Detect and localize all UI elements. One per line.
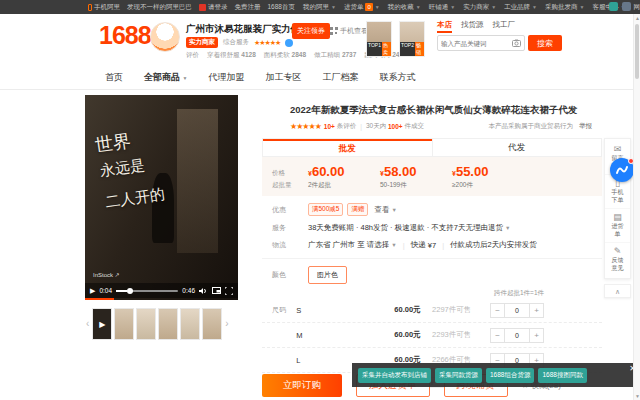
nav-home[interactable]: 首页 — [105, 71, 123, 84]
volume-icon[interactable] — [199, 287, 208, 295]
sidebar-item-feedback[interactable]: ✎反馈意见 — [605, 243, 630, 276]
topbar-myali-link[interactable]: 我的阿里▼ — [303, 3, 336, 12]
scrollbar[interactable]: ▲ ▼ — [633, 14, 640, 400]
scroll-down-icon[interactable]: ▼ — [634, 393, 640, 399]
plus-icon[interactable]: + — [529, 303, 544, 318]
browser-extension-icon[interactable] — [609, 2, 618, 11]
chevron-down-icon: ▼ — [375, 4, 380, 10]
minus-icon[interactable]: − — [490, 303, 505, 318]
chevron-down-icon: ▼ — [416, 4, 421, 10]
filmstrip-prev-icon[interactable]: ‹ — [85, 319, 90, 329]
price-label: 价格 — [272, 164, 308, 179]
product-video-player[interactable]: 世界 永远是 二人开的 InStock ↗ ▶ 0:04 0:46 — [85, 95, 238, 300]
topbar-mobile-link[interactable]: 手机阿里 — [88, 3, 120, 12]
deal-count: 100+ — [388, 123, 403, 130]
chat-bubble-button[interactable] — [610, 158, 634, 182]
stat-item[interactable]: 穿着很舒服 4128 — [207, 51, 256, 60]
image-thumbnail[interactable] — [180, 308, 200, 340]
video-duration: 0:46 — [182, 287, 195, 294]
tab-dropship[interactable]: 代发 — [432, 139, 602, 156]
topbar-strength-link[interactable]: 实力商家▼ — [463, 3, 496, 12]
rail-collapse-button[interactable]: ∧ — [604, 284, 631, 298]
image-thumbnail[interactable] — [114, 308, 134, 340]
image-thumbnail[interactable] — [136, 308, 156, 340]
topbar-industrial-link[interactable]: 工业品牌▼ — [504, 3, 537, 12]
topbar-favorites-link[interactable]: 我的收藏▼ — [388, 3, 421, 12]
search-tab-source[interactable]: 找货源 — [461, 20, 484, 33]
nav-factory-archive[interactable]: 工厂档案 — [322, 71, 358, 84]
extension-image-search-button[interactable]: 1688搜图同款 — [538, 368, 586, 383]
promo-view-link[interactable]: 查看 — [374, 205, 389, 215]
browser-extension-icon-2[interactable] — [622, 2, 631, 11]
logistics-from: 广东省 广州市 — [308, 240, 355, 250]
scroll-up-icon[interactable]: ▲ — [634, 15, 640, 21]
extension-combo-source-button[interactable]: 1688组合货源 — [486, 368, 534, 383]
sku-row-m: M 60.00元 2293件可售 − 0 + — [262, 323, 602, 348]
fullscreen-icon[interactable] — [225, 287, 233, 295]
topbar-purchase-link[interactable]: 采购批发商▼ — [545, 3, 584, 12]
store-name[interactable]: 广州市沐易花服装厂实力俏▼ — [186, 23, 308, 36]
deal-suffix: 件成交 — [404, 122, 424, 131]
topbar-home-link[interactable]: 1688首页 — [268, 3, 295, 12]
progress-handle[interactable] — [127, 288, 133, 294]
nav-all-products[interactable]: 全部商品 ▼ — [144, 71, 187, 84]
review-label: 条评价 — [337, 122, 357, 131]
topbar-slogan-link[interactable]: 发现不一样的阿里巴巴 — [127, 3, 192, 12]
chevron-down-icon[interactable]: ▼ — [505, 225, 510, 231]
product-title: 2022年新款夏季法式复古感长裙休闲气质仙女薄款碎花连衣裙子代发 — [290, 104, 602, 117]
search-input[interactable] — [441, 40, 512, 47]
topbar-cart-link[interactable]: 进货单0▼ — [344, 3, 380, 12]
chevron-down-icon: ▼ — [391, 207, 396, 213]
deal-prefix: 30天内 — [366, 122, 386, 131]
extension-collect-source-button[interactable]: 采集同款货源 — [435, 368, 482, 383]
topbar-sitemap-link[interactable]: 网站导航▼ — [633, 3, 640, 12]
play-icon[interactable]: ▶ — [90, 287, 95, 294]
quantity-value[interactable]: 0 — [505, 303, 529, 318]
top-utility-bar: 手机阿里 发现不一样的阿里巴巴 请登录 免费注册 1688首页 我的阿里▼ 进货… — [0, 0, 640, 14]
color-row: 颜色 图片色 — [262, 266, 602, 284]
image-thumbnail[interactable] — [158, 308, 178, 340]
phone-view-link[interactable]: 手机查看 — [330, 26, 368, 36]
camera-icon[interactable] — [512, 39, 521, 47]
logistics-fee: ¥7 — [428, 241, 436, 250]
tab-wholesale[interactable]: 批发 — [263, 139, 432, 156]
order-now-button[interactable]: 立即订购 — [262, 374, 342, 397]
topbar-register-link[interactable]: 免费注册 — [235, 3, 261, 12]
extension-collect-publish-button[interactable]: 采集并自动发布到店铺 — [358, 368, 431, 383]
image-thumbnail[interactable] — [202, 308, 222, 340]
sku-row-s: 尺码 S 60.00元 2297件可售 − 0 + — [262, 298, 602, 323]
report-link[interactable]: 举报 — [579, 122, 592, 131]
batch-tier-1: 2件起批 — [308, 181, 380, 190]
video-watermark: InStock ↗ — [93, 271, 120, 278]
follow-coupon-button[interactable]: 关注领券 — [292, 23, 330, 39]
nav-processing[interactable]: 加工专区 — [265, 71, 301, 84]
sidebar-item-cart[interactable]: ▤进货单 — [605, 209, 630, 243]
logistics-destination-select[interactable]: 请选择 — [367, 240, 390, 250]
plus-icon[interactable]: + — [529, 328, 544, 343]
minus-icon[interactable]: − — [490, 328, 505, 343]
search-tab-factory[interactable]: 找工厂 — [493, 20, 516, 33]
store-avatar[interactable] — [150, 22, 180, 52]
filmstrip-next-icon[interactable]: › — [224, 319, 229, 329]
top1-product-thumb[interactable]: TOP1热卖 — [366, 21, 392, 57]
stat-item[interactable]: 做工精细 2737 — [314, 51, 356, 60]
topbar-wangpu-link[interactable]: 旺铺通▼ — [429, 3, 455, 12]
color-option-selected[interactable]: 图片色 — [308, 266, 347, 284]
quantity-value[interactable]: 0 — [505, 328, 529, 343]
nav-contact[interactable]: 联系方式 — [379, 71, 415, 84]
top2-product-thumb[interactable]: TOP2畅销 — [399, 21, 425, 57]
search-tab-shop[interactable]: 本店 — [437, 20, 452, 33]
video-progress-bar[interactable] — [116, 290, 178, 292]
nav-agent[interactable]: 代理加盟 — [208, 71, 244, 84]
chat-service-icon[interactable] — [285, 39, 293, 47]
video-thumbnail[interactable]: ▶ — [92, 308, 112, 340]
top-products: TOP1热卖 TOP2畅销 — [366, 21, 425, 57]
wangwang-icon — [615, 164, 629, 176]
topbar-login-link[interactable]: 请登录 — [199, 3, 228, 12]
stat-item[interactable]: 面料柔软 2848 — [264, 51, 306, 60]
logo-1688[interactable]: 1688 — [99, 21, 151, 50]
collector-extension-bar: 采集并自动发布到店铺 采集同款货源 1688组合货源 1688搜图同款 ✕ — [352, 363, 640, 387]
scrollbar-thumb[interactable] — [635, 24, 639, 79]
pip-icon[interactable] — [212, 287, 221, 294]
search-button[interactable]: 搜索 — [528, 35, 562, 51]
